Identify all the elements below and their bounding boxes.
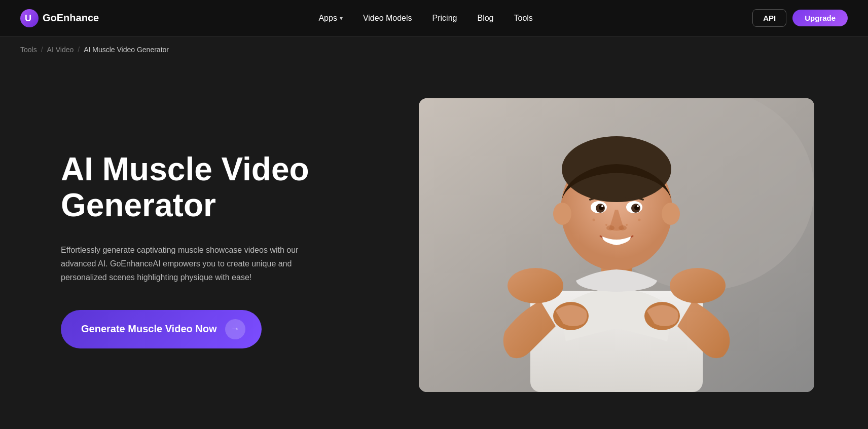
hero-description: Effortlessly generate captivating muscle… bbox=[61, 243, 314, 285]
breadcrumb-bar: Tools / AI Video / AI Muscle Video Gener… bbox=[0, 36, 868, 63]
breadcrumb-ai-video[interactable]: AI Video bbox=[47, 46, 74, 54]
nav-apps[interactable]: Apps ▾ bbox=[318, 14, 342, 23]
nav-pricing[interactable]: Pricing bbox=[432, 14, 457, 23]
breadcrumb-current: AI Muscle Video Generator bbox=[84, 46, 169, 54]
hero-image bbox=[419, 98, 814, 392]
svg-point-29 bbox=[593, 218, 595, 221]
arrow-icon: → bbox=[225, 319, 245, 339]
brand-name: GoEnhance bbox=[43, 12, 99, 24]
svg-point-17 bbox=[601, 205, 603, 207]
navbar-actions: API Upgrade bbox=[752, 9, 848, 27]
breadcrumb: Tools / AI Video / AI Muscle Video Gener… bbox=[20, 46, 848, 54]
nav-video-models[interactable]: Video Models bbox=[363, 14, 412, 23]
svg-point-24 bbox=[670, 268, 726, 303]
api-button[interactable]: API bbox=[752, 9, 786, 27]
svg-point-26 bbox=[610, 228, 612, 230]
svg-text:U: U bbox=[25, 13, 31, 23]
svg-point-21 bbox=[553, 203, 571, 225]
breadcrumb-tools[interactable]: Tools bbox=[20, 46, 37, 54]
svg-point-28 bbox=[626, 224, 628, 226]
main-content: AI Muscle Video Generator Effortlessly g… bbox=[0, 63, 868, 427]
generate-button[interactable]: Generate Muscle Video Now → bbox=[61, 310, 262, 348]
nav-blog[interactable]: Blog bbox=[477, 14, 493, 23]
chevron-down-icon: ▾ bbox=[340, 15, 343, 22]
breadcrumb-sep-2: / bbox=[78, 46, 80, 54]
hero-title: AI Muscle Video Generator bbox=[61, 151, 355, 223]
hero-figure-svg bbox=[419, 98, 814, 392]
svg-point-25 bbox=[605, 224, 607, 226]
svg-point-20 bbox=[619, 225, 627, 230]
logo-icon: U bbox=[20, 9, 39, 27]
svg-point-30 bbox=[638, 218, 641, 221]
nav-tools[interactable]: Tools bbox=[514, 14, 532, 23]
svg-point-22 bbox=[662, 203, 680, 225]
breadcrumb-sep-1: / bbox=[41, 46, 43, 54]
navbar-menu: Apps ▾ Video Models Pricing Blog Tools bbox=[318, 14, 532, 23]
svg-point-19 bbox=[606, 225, 614, 230]
navbar: U GoEnhance Apps ▾ Video Models Pricing … bbox=[0, 0, 868, 36]
hero-left-panel: AI Muscle Video Generator Effortlessly g… bbox=[61, 93, 355, 397]
hero-image-bg bbox=[419, 98, 814, 392]
hero-right-panel bbox=[385, 93, 848, 397]
svg-point-23 bbox=[508, 268, 563, 303]
upgrade-button[interactable]: Upgrade bbox=[792, 10, 848, 26]
generate-button-label: Generate Muscle Video Now bbox=[81, 323, 217, 335]
navbar-brand: U GoEnhance bbox=[20, 9, 99, 27]
svg-point-18 bbox=[637, 205, 639, 207]
svg-point-27 bbox=[621, 228, 623, 230]
